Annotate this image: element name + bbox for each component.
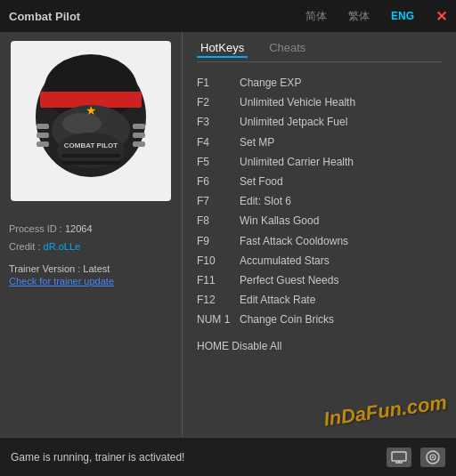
tab-cheats[interactable]: Cheats xyxy=(265,39,309,58)
close-button[interactable]: ✕ xyxy=(436,8,447,25)
svg-text:★: ★ xyxy=(86,103,97,117)
hotkey-item: F6Set Food xyxy=(197,172,442,191)
svg-text:COMBAT PILOT: COMBAT PILOT xyxy=(64,141,118,149)
trainer-version: Trainer Version : Latest xyxy=(9,263,173,274)
hotkey-desc: Unlimited Carrier Health xyxy=(240,152,354,172)
hotkey-desc: Change Coin Bricks xyxy=(240,310,334,329)
hotkey-key: F11 xyxy=(197,270,240,290)
title-bar: Combat Pilot 简体 繁体 ENG ✕ xyxy=(0,0,456,32)
hotkey-item: F7Edit: Slot 6 xyxy=(197,191,442,211)
credit-name: dR.oLLe xyxy=(44,241,81,252)
hotkey-desc: Accumulated Stars xyxy=(240,251,330,270)
hotkey-key: F4 xyxy=(197,133,240,152)
lang-traditional[interactable]: 繁体 xyxy=(345,7,373,26)
svg-rect-7 xyxy=(61,154,120,157)
monitor-icon[interactable] xyxy=(387,448,411,467)
main-content: COMBAT PILOT ★ Process ID : 12064 Credit… xyxy=(0,32,456,437)
hotkey-item: F8Win Kallas Good xyxy=(197,211,442,230)
hotkey-desc: Edit Attack Rate xyxy=(240,290,315,310)
lang-simplified[interactable]: 简体 xyxy=(302,7,330,26)
status-message: Game is running, trainer is activated! xyxy=(11,451,387,464)
hotkey-key: F2 xyxy=(197,93,240,112)
game-logo-svg: COMBAT PILOT ★ xyxy=(15,45,167,197)
process-info: Process ID : 12064 Credit : dR.oLLe xyxy=(9,221,173,256)
hotkey-desc: Unlimited Vehicle Health xyxy=(240,93,355,112)
hotkey-item: F5Unlimited Carrier Health xyxy=(197,152,442,172)
hotkey-desc: Fast Attack Cooldowns xyxy=(240,231,348,251)
hotkey-key: NUM 1 xyxy=(197,310,240,329)
hotkey-desc: Edit: Slot 6 xyxy=(240,191,291,211)
svg-rect-11 xyxy=(37,141,49,147)
hotkey-item: F12Edit Attack Rate xyxy=(197,290,442,310)
svg-rect-8 xyxy=(61,161,120,165)
tab-hotkeys[interactable]: HotKeys xyxy=(197,39,248,58)
hotkey-item: F4Set MP xyxy=(197,133,442,152)
svg-rect-9 xyxy=(37,124,49,129)
hotkey-desc: Change EXP xyxy=(240,73,301,93)
title-bar-right: 简体 繁体 ENG ✕ xyxy=(302,7,447,26)
hotkey-list: F1Change EXPF2Unlimited Vehicle HealthF3… xyxy=(197,73,442,329)
svg-rect-13 xyxy=(133,133,145,138)
process-label: Process ID : xyxy=(9,223,65,234)
hotkey-key: F8 xyxy=(197,211,240,230)
hotkey-key: F7 xyxy=(197,191,240,211)
svg-rect-17 xyxy=(392,452,406,461)
hotkey-item: F2Unlimited Vehicle Health xyxy=(197,93,442,112)
svg-rect-14 xyxy=(133,141,145,147)
svg-point-22 xyxy=(432,456,434,458)
trainer-version-label: Trainer Version : Latest xyxy=(9,263,110,274)
hotkey-desc: Unlimited Jetpack Fuel xyxy=(240,112,347,132)
svg-rect-10 xyxy=(37,133,49,138)
hotkey-desc: Set MP xyxy=(240,133,274,152)
hotkey-key: F6 xyxy=(197,172,240,191)
title-bar-left: Combat Pilot xyxy=(9,8,302,24)
hotkey-desc: Perfect Guest Needs xyxy=(240,270,338,290)
hotkey-key: F12 xyxy=(197,290,240,310)
home-disable: HOME Disable All xyxy=(197,340,442,352)
process-id-value: 12064 xyxy=(65,223,93,234)
credit-label: Credit : xyxy=(9,241,40,252)
lang-english[interactable]: ENG xyxy=(387,8,418,24)
hotkey-key: F9 xyxy=(197,231,240,251)
left-panel: COMBAT PILOT ★ Process ID : 12064 Credit… xyxy=(0,32,183,437)
hotkey-desc: Win Kallas Good xyxy=(240,211,319,230)
right-panel: HotKeys Cheats F1Change EXPF2Unlimited V… xyxy=(183,32,456,437)
music-icon[interactable] xyxy=(420,448,445,467)
svg-rect-12 xyxy=(133,124,145,129)
tabs: HotKeys Cheats xyxy=(197,39,442,62)
credit-line: Credit : dR.oLLe xyxy=(9,238,173,256)
hotkey-key: F5 xyxy=(197,152,240,172)
status-bar: Game is running, trainer is activated! xyxy=(0,437,456,476)
hotkey-key: F3 xyxy=(197,112,240,132)
hotkey-item: F3Unlimited Jetpack Fuel xyxy=(197,112,442,132)
status-icons xyxy=(387,448,445,467)
app-title: Combat Pilot xyxy=(9,10,80,23)
hotkey-item: F10Accumulated Stars xyxy=(197,251,442,270)
hotkey-item: F9Fast Attack Cooldowns xyxy=(197,231,442,251)
game-image: COMBAT PILOT ★ xyxy=(11,41,171,201)
hotkey-desc: Set Food xyxy=(240,172,283,191)
hotkey-key: F10 xyxy=(197,251,240,270)
hotkey-item: F11Perfect Guest Needs xyxy=(197,270,442,290)
hotkey-item: NUM 1Change Coin Bricks xyxy=(197,310,442,329)
check-update-link[interactable]: Check for trainer update xyxy=(9,276,173,286)
process-id-line: Process ID : 12064 xyxy=(9,221,173,238)
hotkey-item: F1Change EXP xyxy=(197,73,442,93)
hotkey-key: F1 xyxy=(197,73,240,93)
